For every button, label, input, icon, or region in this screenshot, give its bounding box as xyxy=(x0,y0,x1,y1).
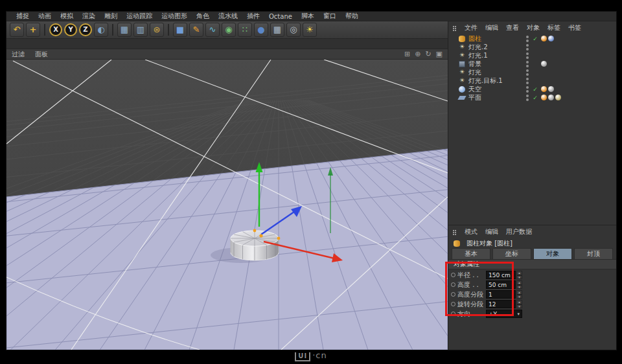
visibility-toggles[interactable] xyxy=(524,86,531,93)
menubar-item[interactable]: 运动跟踪 xyxy=(122,12,157,21)
texture-tag[interactable] xyxy=(541,61,547,67)
camera-button[interactable]: ◎ xyxy=(286,23,301,37)
pan-view-icon[interactable]: ⊞ xyxy=(404,51,410,58)
stepper-down-icon[interactable]: ▾ xyxy=(516,285,522,290)
height-segments-input[interactable]: 1 xyxy=(486,290,516,299)
viewport-menu-item[interactable]: 面板 xyxy=(35,50,48,59)
attribute-menu-item[interactable]: 模式 xyxy=(461,227,481,236)
enable-check-icon[interactable]: ✓ xyxy=(531,36,540,42)
height-segments-stepper[interactable]: ▴▾ xyxy=(516,290,522,299)
radius-handle[interactable] xyxy=(277,237,281,240)
tab-1[interactable]: 坐标 xyxy=(492,248,531,259)
render-region-button[interactable]: ▥ xyxy=(133,23,148,37)
rotation-segments-stepper[interactable]: ▴▾ xyxy=(516,300,522,308)
orientation-dropdown[interactable]: +Y▾ xyxy=(486,310,522,318)
selection-tool-icon[interactable]: + xyxy=(26,23,40,37)
light-button[interactable]: ☀ xyxy=(303,23,317,37)
visibility-toggles[interactable] xyxy=(524,95,531,101)
object-row[interactable]: ☀灯光.目标.1 xyxy=(448,76,616,85)
menubar-item[interactable]: 窗口 xyxy=(319,12,341,21)
viewport-menu-item[interactable]: 过滤 xyxy=(12,50,25,59)
octane-tag[interactable] xyxy=(541,36,547,41)
object-row[interactable]: ☀灯光 xyxy=(448,68,616,76)
visibility-toggles[interactable] xyxy=(524,52,531,59)
menubar-item[interactable]: 流水线 xyxy=(214,12,242,21)
object-manager-menu-item[interactable]: 查看 xyxy=(502,23,523,32)
menubar-item[interactable]: 运动图形 xyxy=(157,12,192,21)
radius-input[interactable]: 150 cm xyxy=(486,271,516,279)
axis-x-button[interactable]: X xyxy=(49,23,62,36)
object-row[interactable]: ☀灯光.1 xyxy=(448,51,616,60)
enable-check-icon[interactable]: ✓ xyxy=(531,86,540,93)
object-manager-menu-item[interactable]: 对象 xyxy=(523,23,544,32)
object-manager-menu-item[interactable]: 标签 xyxy=(544,23,564,32)
tab-0[interactable]: 基本 xyxy=(452,248,490,259)
octane-tag[interactable] xyxy=(541,95,547,100)
pen-tool-button[interactable]: ✎ xyxy=(189,23,203,37)
object-row[interactable]: ☀灯光.2 xyxy=(448,43,616,51)
height-input[interactable]: 50 cm xyxy=(486,280,516,289)
menubar-item[interactable]: 帮助 xyxy=(341,12,363,21)
spline-tool-button[interactable]: ∿ xyxy=(205,23,220,37)
coordinate-system-button[interactable]: ◐ xyxy=(94,23,108,37)
object-manager-menu-item[interactable]: 书签 xyxy=(564,23,585,32)
panel-grid-icon[interactable] xyxy=(453,26,454,27)
radius-stepper[interactable]: ▴▾ xyxy=(516,271,522,279)
keyframe-circle-icon[interactable] xyxy=(451,312,455,316)
visibility-toggles[interactable] xyxy=(524,61,531,67)
viewport-canvas[interactable] xyxy=(6,60,448,350)
menubar-item[interactable]: 渲染 xyxy=(78,12,100,21)
texture-tag[interactable] xyxy=(548,86,554,92)
visibility-toggles[interactable] xyxy=(524,44,531,51)
menubar-item[interactable]: 插件 xyxy=(242,12,264,21)
stepper-down-icon[interactable]: ▾ xyxy=(516,304,522,309)
tab-2[interactable]: 对象 xyxy=(533,248,572,259)
octane-tag[interactable] xyxy=(541,86,547,92)
object-row[interactable]: 天空✓ xyxy=(448,85,616,93)
height-stepper[interactable]: ▴▾ xyxy=(516,280,522,289)
object-row[interactable]: 背景 xyxy=(448,60,616,68)
visibility-toggles[interactable] xyxy=(524,36,531,42)
menubar-item[interactable]: 动画 xyxy=(34,12,56,21)
render-view-button[interactable]: ▦ xyxy=(117,23,132,37)
object-row[interactable]: 圆柱✓ xyxy=(448,34,616,43)
height-handle[interactable] xyxy=(253,229,257,233)
menubar-item[interactable]: 捕捉 xyxy=(12,12,34,21)
rotation-segments-input[interactable]: 12 xyxy=(486,300,516,308)
floor-environment-button[interactable]: ▦ xyxy=(270,23,284,37)
texture-tag[interactable] xyxy=(548,95,554,100)
cube-primitive-button[interactable]: ■ xyxy=(173,23,187,37)
menubar-item[interactable]: 角色 xyxy=(192,12,214,21)
menubar-item[interactable]: 模拟 xyxy=(56,12,78,21)
undo-icon[interactable]: ↶ xyxy=(10,23,24,37)
menubar-item[interactable]: Octane xyxy=(264,13,297,20)
object-manager-menu-item[interactable]: 文件 xyxy=(461,23,481,32)
object-row[interactable]: 平面✓ xyxy=(448,93,616,102)
keyframe-circle-icon[interactable] xyxy=(451,302,455,306)
keyframe-circle-icon[interactable] xyxy=(451,292,455,297)
axis-y-button[interactable]: Y xyxy=(64,23,77,36)
enable-check-icon[interactable]: ✓ xyxy=(531,95,540,101)
phong-tag[interactable] xyxy=(548,36,554,41)
sphere-deformer-button[interactable]: ● xyxy=(254,23,268,37)
zoom-view-icon[interactable]: ⊕ xyxy=(415,51,420,58)
texture-tag-2[interactable] xyxy=(555,95,561,100)
menubar-item[interactable]: 雕刻 xyxy=(100,12,122,21)
rotate-view-icon[interactable]: ↻ xyxy=(425,51,431,58)
stepper-down-icon[interactable]: ▾ xyxy=(516,295,522,299)
stepper-down-icon[interactable]: ▾ xyxy=(516,275,522,280)
object-manager-menu-item[interactable]: 编辑 xyxy=(481,23,502,32)
attribute-menu-item[interactable]: 用户数据 xyxy=(502,227,536,236)
visibility-toggles[interactable] xyxy=(524,69,531,76)
maximize-view-icon[interactable]: ▣ xyxy=(436,51,443,58)
gizmo-center-handle[interactable] xyxy=(259,234,262,237)
menubar-item[interactable]: 脚本 xyxy=(297,12,319,21)
subdivision-surface-button[interactable]: ◉ xyxy=(222,23,236,37)
keyframe-circle-icon[interactable] xyxy=(451,273,455,277)
render-settings-button[interactable]: ⊛ xyxy=(150,23,164,37)
axis-z-button[interactable]: Z xyxy=(79,23,92,36)
visibility-toggles[interactable] xyxy=(524,78,531,84)
attribute-menu-item[interactable]: 编辑 xyxy=(481,227,502,236)
array-generator-button[interactable]: ∷ xyxy=(238,23,252,37)
tab-3[interactable]: 封顶 xyxy=(574,248,613,259)
